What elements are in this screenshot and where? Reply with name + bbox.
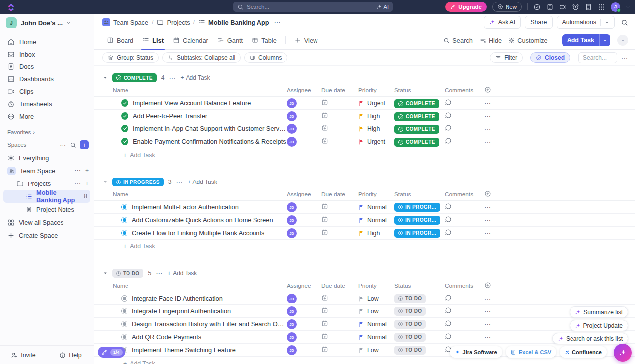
group-status-badge[interactable]: IN PROGRESS xyxy=(112,178,164,186)
ai-assistant-fab[interactable] xyxy=(614,344,632,362)
priority-cell[interactable]: High xyxy=(358,230,394,237)
task-in-progress-icon[interactable] xyxy=(121,230,127,236)
task-row[interactable]: Implement View Account Balance Feature J… xyxy=(94,97,635,110)
task-row[interactable]: Create Flow for Linking Multiple Bank Ac… xyxy=(94,227,635,240)
due-date-icon[interactable] xyxy=(321,294,328,301)
comment-icon[interactable] xyxy=(445,216,452,223)
task-row[interactable]: Enable Payment Confirmation Notification… xyxy=(94,135,635,148)
sidebar-item-timesheets[interactable]: Timesheets xyxy=(0,98,94,110)
column-name[interactable]: Name xyxy=(113,191,287,198)
search-or-ask-button[interactable]: Search or ask this list xyxy=(552,333,628,344)
jira-import-button[interactable]: Jira Software xyxy=(450,346,502,358)
column-assignee[interactable]: Assignee xyxy=(287,191,321,198)
task-name[interactable]: Design Transaction History with Filter a… xyxy=(132,320,287,328)
sidebar-item-view-all-spaces[interactable]: View all Spaces xyxy=(0,216,94,229)
task-name[interactable]: Create Flow for Linking Multiple Bank Ac… xyxy=(132,229,264,237)
clips-icon[interactable] xyxy=(559,3,567,11)
assignee-avatar[interactable]: JD xyxy=(287,137,297,147)
add-space-button[interactable]: + xyxy=(80,140,89,149)
add-column-icon[interactable] xyxy=(484,282,491,289)
sidebar-item-inbox[interactable]: Inbox xyxy=(0,48,94,61)
column-status[interactable]: Status xyxy=(394,87,445,94)
row-menu-icon[interactable]: ⋯ xyxy=(484,295,491,303)
assignee-avatar[interactable]: JD xyxy=(287,98,297,108)
sidebar-item-create-space[interactable]: Create Space xyxy=(0,229,94,242)
add-column-icon[interactable] xyxy=(484,86,491,93)
sidebar-item-dashboards[interactable]: Dashboards xyxy=(0,73,94,85)
due-date-icon[interactable] xyxy=(321,229,328,236)
docs-icon[interactable] xyxy=(585,3,592,11)
group-status-badge[interactable]: TO DO xyxy=(112,269,143,278)
status-badge[interactable]: TO DO xyxy=(394,307,426,316)
share-button[interactable]: Share xyxy=(525,16,552,29)
priority-cell[interactable]: Normal xyxy=(358,321,394,328)
sidebar-item-team-space[interactable]: Team Space ⋯+ xyxy=(0,164,94,177)
row-menu-icon[interactable]: ⋯ xyxy=(484,204,491,211)
comment-icon[interactable] xyxy=(445,333,452,340)
tab-calendar[interactable]: Calendar xyxy=(168,31,213,50)
due-date-icon[interactable] xyxy=(321,307,328,314)
add-to-space-icon[interactable]: + xyxy=(85,167,89,174)
row-menu-icon[interactable]: ⋯ xyxy=(484,217,491,224)
sidebar-item-project-notes[interactable]: Project Notes xyxy=(0,203,94,216)
tab-table[interactable]: Table xyxy=(247,31,281,50)
row-menu-icon[interactable]: ⋯ xyxy=(484,113,491,120)
due-date-icon[interactable] xyxy=(321,124,328,131)
due-date-icon[interactable] xyxy=(321,99,328,106)
comment-icon[interactable] xyxy=(445,320,452,327)
row-menu-icon[interactable]: ⋯ xyxy=(484,321,491,328)
column-assignee[interactable]: Assignee xyxy=(287,87,321,94)
row-menu-icon[interactable]: ⋯ xyxy=(484,125,491,133)
task-complete-icon[interactable] xyxy=(121,99,128,107)
list-search-box[interactable] xyxy=(578,52,617,63)
status-badge[interactable]: TO DO xyxy=(394,294,426,303)
search-icon[interactable] xyxy=(70,142,76,148)
task-name[interactable]: Add Peer-to-Peer Transfer xyxy=(133,112,207,120)
task-row[interactable]: Add Customizable Quick Actions on Home S… xyxy=(94,214,635,227)
task-complete-icon[interactable] xyxy=(121,125,128,132)
column-due-date[interactable]: Due date xyxy=(321,87,358,94)
column-priority[interactable]: Priority xyxy=(358,87,394,94)
priority-cell[interactable]: High xyxy=(358,125,394,132)
group-status-badge[interactable]: COMPLETE xyxy=(112,73,157,82)
trial-usage-pill[interactable]: 1/4 xyxy=(98,347,125,358)
column-due-date[interactable]: Due date xyxy=(321,282,358,289)
comment-icon[interactable] xyxy=(445,124,452,131)
status-badge[interactable]: IN PROGR... xyxy=(394,229,440,238)
folder-menu-icon[interactable]: ⋯ xyxy=(74,180,81,187)
ai-button[interactable]: AI xyxy=(376,4,389,10)
tab-list[interactable]: List xyxy=(138,31,168,50)
global-search[interactable]: AI xyxy=(233,2,393,12)
tab-gantt[interactable]: Gantt xyxy=(213,31,247,50)
add-task-button[interactable]: Add Task xyxy=(562,34,610,46)
task-in-progress-icon[interactable] xyxy=(121,217,127,223)
comment-icon[interactable] xyxy=(445,99,452,106)
group-add-task-button[interactable]: +Add Task xyxy=(167,270,197,277)
task-name[interactable]: Implement View Account Balance Feature xyxy=(133,99,251,107)
add-to-folder-icon[interactable]: + xyxy=(85,180,89,187)
row-menu-icon[interactable]: ⋯ xyxy=(484,308,491,315)
excel-csv-button[interactable]: Excel & CSV xyxy=(506,346,556,358)
column-assignee[interactable]: Assignee xyxy=(287,282,321,289)
new-button[interactable]: New xyxy=(492,2,522,12)
comment-icon[interactable] xyxy=(445,229,452,236)
sidebar-item-home[interactable]: Home xyxy=(0,36,94,48)
sidebar-item-more[interactable]: More xyxy=(0,110,94,122)
due-date-icon[interactable] xyxy=(321,203,328,210)
task-row[interactable]: Add Peer-to-Peer Transfer JD High COMPLE… xyxy=(94,110,635,122)
task-todo-icon[interactable] xyxy=(121,295,127,302)
due-date-icon[interactable] xyxy=(321,333,328,340)
breadcrumb-menu-icon[interactable]: ⋯ xyxy=(274,19,281,26)
group-menu-icon[interactable]: ⋯ xyxy=(169,75,176,81)
column-name[interactable]: Name xyxy=(113,87,287,94)
hide-button[interactable]: Hide xyxy=(480,37,502,44)
column-comments[interactable]: Comments xyxy=(445,282,484,289)
priority-cell[interactable]: Normal xyxy=(358,334,394,341)
group-menu-icon[interactable]: ⋯ xyxy=(176,179,183,185)
row-menu-icon[interactable]: ⋯ xyxy=(484,100,491,107)
notepad-icon[interactable] xyxy=(546,3,554,11)
sidebar-item-docs[interactable]: Docs xyxy=(0,61,94,73)
priority-cell[interactable]: Urgent xyxy=(358,100,394,107)
assignee-avatar[interactable]: JD xyxy=(287,306,297,316)
add-task-row[interactable]: +Add Task xyxy=(94,240,635,253)
